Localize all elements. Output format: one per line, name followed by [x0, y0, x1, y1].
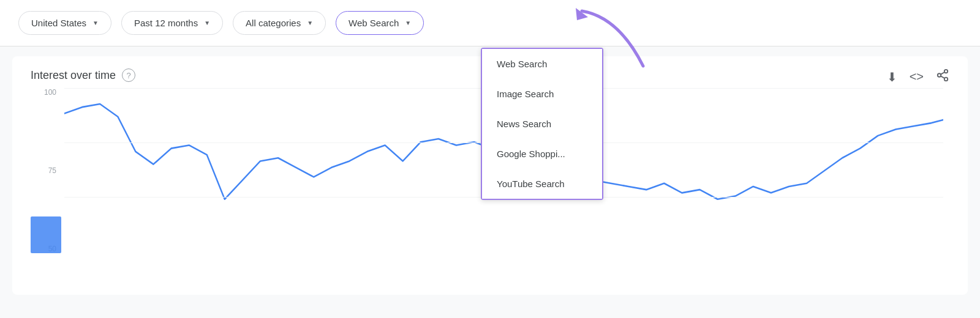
section-title: Interest over time	[31, 69, 116, 82]
search-type-dropdown-menu: Web Search Image Search News Search Goog…	[481, 48, 603, 200]
chevron-down-icon: ▼	[405, 20, 411, 26]
y-label-75: 75	[48, 166, 56, 175]
y-label-100: 100	[44, 88, 56, 97]
chevron-down-icon: ▼	[92, 20, 99, 26]
chart-toolbar: ⬇ <>	[887, 68, 949, 85]
category-label: All categories	[246, 18, 301, 28]
svg-line-5	[941, 72, 944, 75]
category-dropdown[interactable]: All categories ▼	[233, 11, 326, 35]
chevron-down-icon: ▼	[307, 20, 313, 26]
search-type-dropdown[interactable]: Web Search ▼	[336, 11, 424, 35]
search-type-label: Web Search	[349, 18, 399, 28]
svg-point-3	[944, 78, 948, 81]
help-icon[interactable]: ?	[122, 68, 135, 82]
period-label: Past 12 months	[134, 18, 198, 28]
svg-line-4	[941, 76, 944, 78]
embed-icon[interactable]: <>	[910, 70, 924, 84]
dropdown-item-web-search[interactable]: Web Search	[482, 49, 602, 79]
download-icon[interactable]: ⬇	[887, 70, 897, 84]
top-bar: United States ▼ Past 12 months ▼ All cat…	[0, 0, 980, 46]
period-dropdown[interactable]: Past 12 months ▼	[121, 11, 223, 35]
dropdown-item-image-search[interactable]: Image Search	[482, 79, 602, 109]
legend-box	[31, 216, 61, 253]
share-icon[interactable]	[936, 68, 949, 85]
svg-point-2	[938, 73, 941, 77]
chevron-down-icon: ▼	[204, 20, 210, 26]
dropdown-item-google-shopping[interactable]: Google Shoppi...	[482, 139, 602, 169]
dropdown-item-youtube-search[interactable]: YouTube Search	[482, 169, 602, 199]
country-dropdown[interactable]: United States ▼	[18, 11, 111, 35]
svg-point-1	[944, 70, 948, 73]
dropdown-item-news-search[interactable]: News Search	[482, 109, 602, 139]
country-label: United States	[31, 18, 86, 28]
svg-marker-0	[576, 8, 588, 20]
